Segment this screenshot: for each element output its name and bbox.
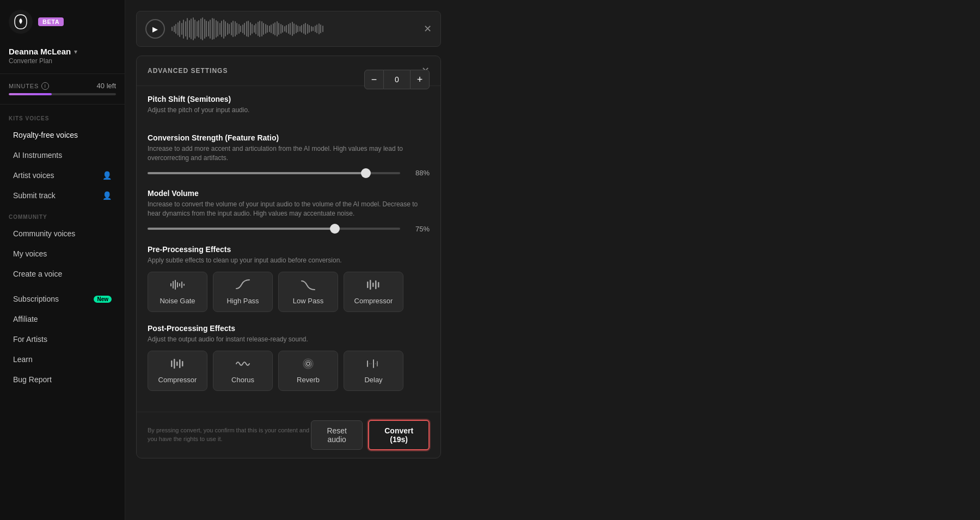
compressor-pre-button[interactable]: Compressor [344, 272, 403, 312]
sidebar-item-learn[interactable]: Learn [4, 350, 120, 369]
advanced-settings-panel: ADVANCED SETTINGS ✕ Pitch Shift (Semiton… [136, 56, 441, 458]
user-menu-toggle[interactable]: Deanna McLean ▾ [9, 47, 116, 56]
pitch-increase-button[interactable]: + [410, 70, 430, 89]
sidebar-item-create-a-voice[interactable]: Create a voice [4, 264, 120, 284]
sidebar-item-artist-voices[interactable]: Artist voices 👤 [4, 166, 120, 185]
compressor-post-button[interactable]: Compressor [148, 351, 207, 391]
reset-audio-button[interactable]: Reset audio [311, 420, 363, 450]
post-processing-desc: Adjust the output audio for instant rele… [148, 335, 430, 344]
conversion-strength-row: Conversion Strength (Feature Ratio) Incr… [148, 133, 430, 178]
sidebar-item-bug-report[interactable]: Bug Report [4, 370, 120, 389]
sidebar: BETA Deanna McLean ▾ Converter Plan MINU… [0, 0, 125, 520]
pitch-shift-row: Pitch Shift (Semitones) Adjust the pitch… [148, 95, 430, 121]
svg-rect-1 [170, 283, 171, 286]
beta-badge: BETA [38, 17, 64, 26]
user-plan: Converter Plan [9, 57, 116, 65]
noise-gate-button[interactable]: Noise Gate [148, 272, 207, 312]
high-pass-icon [235, 279, 250, 293]
conversion-strength-slider-row: 88% [148, 169, 430, 177]
minutes-count: 40 left [97, 82, 116, 90]
model-volume-slider-row: 75% [148, 225, 430, 233]
svg-rect-7 [183, 284, 185, 286]
svg-rect-12 [378, 282, 379, 287]
svg-rect-17 [182, 361, 183, 366]
main-content: ▶ ✕ ADVANCED SETTINGS ✕ Pitch Shift (Sem… [125, 0, 980, 520]
low-pass-button[interactable]: Low Pass [278, 272, 338, 312]
sidebar-item-for-artists[interactable]: For Artists [4, 329, 120, 349]
minutes-section: MINUTES i 40 left [0, 74, 125, 105]
delay-icon [366, 358, 381, 372]
nav-section: KITS VOICES Royalty-free voices AI Instr… [0, 105, 125, 390]
waveform-display [171, 18, 417, 40]
kits-voices-heading: KITS VOICES [0, 112, 125, 125]
chorus-button[interactable]: Chorus [213, 351, 273, 391]
sidebar-item-subscriptions[interactable]: Subscriptions New [4, 289, 120, 309]
sidebar-item-royalty-free-voices[interactable]: Royalty-free voices [4, 125, 120, 145]
svg-rect-9 [370, 280, 371, 290]
sidebar-item-label: Bug Report [13, 375, 52, 384]
plus-icon: + [417, 74, 423, 85]
sidebar-item-affiliate[interactable]: Affiliate [4, 309, 120, 329]
svg-rect-2 [173, 281, 174, 289]
pitch-control: − 0 + [364, 70, 430, 89]
noise-gate-icon [170, 279, 185, 293]
footer-buttons: Reset audio Convert (19s) [311, 420, 430, 450]
pitch-decrease-button[interactable]: − [364, 70, 384, 89]
minus-icon: − [371, 74, 377, 85]
high-pass-button[interactable]: High Pass [213, 272, 273, 312]
community-heading: COMMUNITY [0, 211, 125, 223]
add-user-icon: 👤 [102, 171, 112, 180]
reverb-label: Reverb [297, 376, 320, 384]
sidebar-item-my-voices[interactable]: My voices [4, 244, 120, 264]
pre-processing-effects-grid: Noise Gate High Pass [148, 272, 430, 312]
footer-disclaimer: By pressing convert, you confirm that th… [148, 426, 311, 443]
delay-button[interactable]: Delay [344, 351, 403, 391]
sidebar-item-submit-track[interactable]: Submit track 👤 [4, 186, 120, 205]
low-pass-icon [301, 279, 316, 293]
reverb-icon [301, 358, 316, 372]
reverb-button[interactable]: Reverb [278, 351, 338, 391]
post-processing-row: Post-Processing Effects Adjust the outpu… [148, 324, 430, 391]
model-volume-value: 75% [408, 225, 430, 233]
chorus-icon [235, 358, 250, 372]
svg-rect-10 [372, 283, 374, 287]
sidebar-item-label: Submit track [13, 191, 56, 200]
sidebar-item-label: Community voices [13, 229, 75, 238]
svg-rect-6 [181, 282, 182, 288]
pre-processing-label: Pre-Processing Effects [148, 245, 430, 254]
svg-rect-22 [367, 362, 368, 365]
compressor-post-icon [170, 358, 185, 372]
info-icon[interactable]: i [41, 82, 49, 90]
sidebar-item-community-voices[interactable]: Community voices [4, 224, 120, 243]
conversion-strength-value: 88% [408, 169, 430, 177]
pitch-desc: Adjust the pitch of your input audio. [148, 106, 249, 115]
model-volume-slider[interactable] [148, 228, 400, 230]
svg-rect-16 [179, 359, 181, 368]
post-processing-label: Post-Processing Effects [148, 324, 430, 333]
audio-player: ▶ ✕ [136, 11, 441, 47]
pre-processing-desc: Apply subtle effects to clean up your in… [148, 256, 430, 265]
model-volume-row: Model Volume Increase to convert the vol… [148, 189, 430, 233]
sidebar-item-label: For Artists [13, 335, 47, 344]
sidebar-item-ai-instruments[interactable]: AI Instruments [4, 145, 120, 165]
sidebar-header: BETA [0, 0, 125, 41]
play-icon: ▶ [152, 25, 158, 33]
model-volume-label: Model Volume [148, 189, 430, 198]
low-pass-label: Low Pass [293, 297, 323, 305]
compressor-pre-icon [366, 279, 381, 293]
noise-gate-label: Noise Gate [160, 297, 195, 305]
compressor-pre-label: Compressor [354, 297, 393, 305]
conversion-strength-slider[interactable] [148, 172, 400, 174]
app-logo [9, 10, 33, 34]
pitch-value: 0 [384, 70, 410, 89]
svg-rect-8 [367, 282, 369, 288]
minutes-bar [9, 93, 116, 95]
play-button[interactable]: ▶ [145, 19, 165, 39]
convert-button[interactable]: Convert (19s) [368, 420, 430, 450]
minutes-label: MINUTES i [9, 82, 49, 90]
svg-rect-3 [175, 280, 176, 290]
chevron-down-icon: ▾ [74, 48, 77, 56]
close-player-button[interactable]: ✕ [424, 23, 432, 35]
settings-title: ADVANCED SETTINGS [148, 67, 228, 75]
high-pass-label: High Pass [226, 297, 259, 305]
